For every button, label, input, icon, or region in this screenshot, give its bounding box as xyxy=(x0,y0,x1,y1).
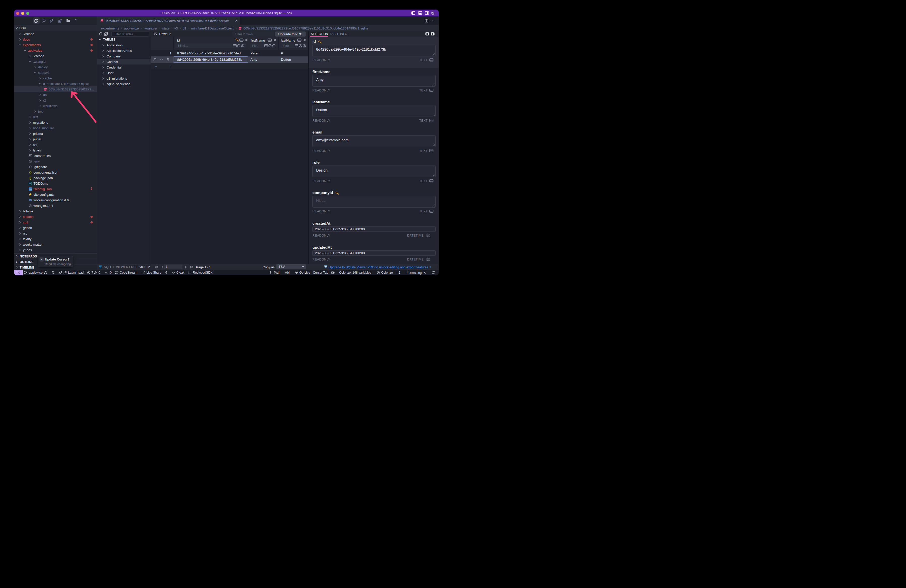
svg-text:abc: abc xyxy=(430,180,433,182)
svg-text:abc: abc xyxy=(298,39,301,41)
svg-text:abc: abc xyxy=(430,120,433,121)
svg-text:abc: abc xyxy=(240,39,243,41)
svg-text:abc: abc xyxy=(430,89,433,91)
svg-text:abc: abc xyxy=(430,210,433,212)
svg-text:abc: abc xyxy=(430,150,433,151)
svg-text:TS: TS xyxy=(29,188,32,190)
svg-text:abc: abc xyxy=(268,39,271,41)
svg-text:abc: abc xyxy=(430,59,433,61)
